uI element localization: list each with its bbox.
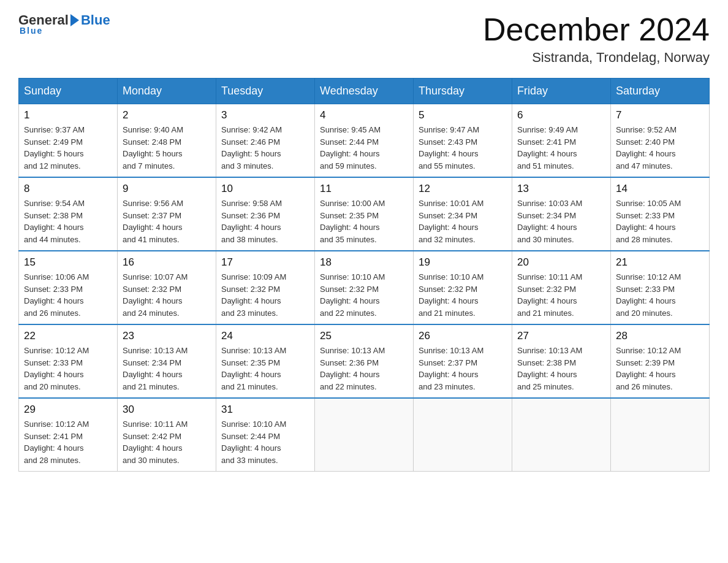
day-info: Sunrise: 10:13 AMSunset: 2:35 PMDaylight… <box>221 345 309 393</box>
calendar-cell: 4Sunrise: 9:45 AMSunset: 2:44 PMDaylight… <box>315 104 414 178</box>
calendar-cell: 21Sunrise: 10:12 AMSunset: 2:33 PMDaylig… <box>611 251 710 324</box>
logo-underline: Blue <box>20 26 43 36</box>
day-number: 6 <box>517 109 605 121</box>
calendar-cell: 18Sunrise: 10:10 AMSunset: 2:32 PMDaylig… <box>315 251 414 324</box>
day-info: Sunrise: 10:10 AMSunset: 2:44 PMDaylight… <box>221 418 309 466</box>
day-info: Sunrise: 10:00 AMSunset: 2:35 PMDaylight… <box>320 197 408 245</box>
day-number: 10 <box>221 183 309 195</box>
calendar-cell: 10Sunrise: 9:58 AMSunset: 2:36 PMDayligh… <box>216 177 315 251</box>
calendar-cell: 3Sunrise: 9:42 AMSunset: 2:46 PMDaylight… <box>216 104 315 178</box>
day-info: Sunrise: 10:12 AMSunset: 2:41 PMDaylight… <box>24 418 112 466</box>
day-info: Sunrise: 9:52 AMSunset: 2:40 PMDaylight:… <box>616 124 704 172</box>
day-info: Sunrise: 9:56 AMSunset: 2:37 PMDaylight:… <box>123 197 211 245</box>
calendar-cell: 7Sunrise: 9:52 AMSunset: 2:40 PMDaylight… <box>611 104 710 178</box>
day-info: Sunrise: 10:09 AMSunset: 2:32 PMDaylight… <box>221 271 309 319</box>
calendar-week-1: 1Sunrise: 9:37 AMSunset: 2:49 PMDaylight… <box>19 104 710 178</box>
logo: General Blue Blue <box>18 12 110 36</box>
day-number: 26 <box>419 330 507 342</box>
day-number: 23 <box>123 330 211 342</box>
day-info: Sunrise: 10:07 AMSunset: 2:32 PMDaylight… <box>123 271 211 319</box>
day-number: 9 <box>123 183 211 195</box>
calendar-cell: 5Sunrise: 9:47 AMSunset: 2:43 PMDaylight… <box>414 104 512 178</box>
day-info: Sunrise: 10:12 AMSunset: 2:33 PMDaylight… <box>24 345 112 393</box>
day-info: Sunrise: 10:10 AMSunset: 2:32 PMDaylight… <box>320 271 408 319</box>
calendar-cell: 23Sunrise: 10:13 AMSunset: 2:34 PMDaylig… <box>118 324 216 398</box>
col-sunday: Sunday <box>19 79 118 104</box>
calendar-cell: 9Sunrise: 9:56 AMSunset: 2:37 PMDaylight… <box>118 177 216 251</box>
day-info: Sunrise: 10:12 AMSunset: 2:33 PMDaylight… <box>616 271 704 319</box>
logo-triangle-icon <box>70 14 79 26</box>
day-number: 19 <box>419 256 507 269</box>
calendar-cell: 25Sunrise: 10:13 AMSunset: 2:36 PMDaylig… <box>315 324 414 398</box>
calendar-cell: 15Sunrise: 10:06 AMSunset: 2:33 PMDaylig… <box>19 251 118 324</box>
day-info: Sunrise: 10:11 AMSunset: 2:42 PMDaylight… <box>123 418 211 466</box>
day-number: 13 <box>517 183 605 195</box>
day-info: Sunrise: 9:42 AMSunset: 2:46 PMDaylight:… <box>221 124 309 172</box>
day-number: 18 <box>320 256 408 269</box>
calendar-cell: 26Sunrise: 10:13 AMSunset: 2:37 PMDaylig… <box>414 324 512 398</box>
day-number: 14 <box>616 183 704 195</box>
day-number: 24 <box>221 330 309 342</box>
calendar-cell: 12Sunrise: 10:01 AMSunset: 2:34 PMDaylig… <box>414 177 512 251</box>
day-info: Sunrise: 10:06 AMSunset: 2:33 PMDaylight… <box>24 271 112 319</box>
calendar-cell <box>315 398 414 472</box>
col-friday: Friday <box>512 79 611 104</box>
day-number: 21 <box>616 256 704 269</box>
col-wednesday: Wednesday <box>315 79 414 104</box>
day-info: Sunrise: 10:13 AMSunset: 2:34 PMDaylight… <box>123 345 211 393</box>
calendar-week-2: 8Sunrise: 9:54 AMSunset: 2:38 PMDaylight… <box>19 177 710 251</box>
day-info: Sunrise: 10:03 AMSunset: 2:34 PMDaylight… <box>517 197 605 245</box>
day-number: 31 <box>221 404 309 416</box>
day-number: 16 <box>123 256 211 269</box>
day-info: Sunrise: 9:40 AMSunset: 2:48 PMDaylight:… <box>123 124 211 172</box>
day-number: 2 <box>123 109 211 121</box>
day-info: Sunrise: 9:58 AMSunset: 2:36 PMDaylight:… <box>221 197 309 245</box>
page-container: General Blue Blue December 2024 Sistrand… <box>18 12 710 472</box>
calendar-cell <box>414 398 512 472</box>
day-info: Sunrise: 10:11 AMSunset: 2:32 PMDaylight… <box>517 271 605 319</box>
day-info: Sunrise: 9:37 AMSunset: 2:49 PMDaylight:… <box>24 124 112 172</box>
location-title: Sistranda, Trondelag, Norway <box>483 50 710 66</box>
day-info: Sunrise: 10:01 AMSunset: 2:34 PMDaylight… <box>419 197 507 245</box>
day-info: Sunrise: 10:05 AMSunset: 2:33 PMDaylight… <box>616 197 704 245</box>
day-number: 28 <box>616 330 704 342</box>
day-number: 4 <box>320 109 408 121</box>
calendar-table: Sunday Monday Tuesday Wednesday Thursday… <box>18 78 710 472</box>
day-number: 22 <box>24 330 112 342</box>
day-number: 1 <box>24 109 112 121</box>
day-info: Sunrise: 9:49 AMSunset: 2:41 PMDaylight:… <box>517 124 605 172</box>
calendar-cell: 29Sunrise: 10:12 AMSunset: 2:41 PMDaylig… <box>19 398 118 472</box>
calendar-cell: 2Sunrise: 9:40 AMSunset: 2:48 PMDaylight… <box>118 104 216 178</box>
day-number: 12 <box>419 183 507 195</box>
calendar-cell: 1Sunrise: 9:37 AMSunset: 2:49 PMDaylight… <box>19 104 118 178</box>
calendar-cell: 19Sunrise: 10:10 AMSunset: 2:32 PMDaylig… <box>414 251 512 324</box>
header: General Blue Blue December 2024 Sistrand… <box>18 12 710 66</box>
day-info: Sunrise: 10:13 AMSunset: 2:37 PMDaylight… <box>419 345 507 393</box>
calendar-cell: 28Sunrise: 10:12 AMSunset: 2:39 PMDaylig… <box>611 324 710 398</box>
calendar-cell: 22Sunrise: 10:12 AMSunset: 2:33 PMDaylig… <box>19 324 118 398</box>
header-row: Sunday Monday Tuesday Wednesday Thursday… <box>19 79 710 104</box>
calendar-cell <box>611 398 710 472</box>
calendar-cell: 20Sunrise: 10:11 AMSunset: 2:32 PMDaylig… <box>512 251 611 324</box>
calendar-week-3: 15Sunrise: 10:06 AMSunset: 2:33 PMDaylig… <box>19 251 710 324</box>
day-info: Sunrise: 9:45 AMSunset: 2:44 PMDaylight:… <box>320 124 408 172</box>
calendar-cell: 30Sunrise: 10:11 AMSunset: 2:42 PMDaylig… <box>118 398 216 472</box>
calendar-cell: 17Sunrise: 10:09 AMSunset: 2:32 PMDaylig… <box>216 251 315 324</box>
calendar-cell: 8Sunrise: 9:54 AMSunset: 2:38 PMDaylight… <box>19 177 118 251</box>
calendar-cell: 14Sunrise: 10:05 AMSunset: 2:33 PMDaylig… <box>611 177 710 251</box>
title-section: December 2024 Sistranda, Trondelag, Norw… <box>483 12 710 66</box>
calendar-cell: 24Sunrise: 10:13 AMSunset: 2:35 PMDaylig… <box>216 324 315 398</box>
day-number: 29 <box>24 404 112 416</box>
day-info: Sunrise: 10:13 AMSunset: 2:36 PMDaylight… <box>320 345 408 393</box>
col-thursday: Thursday <box>414 79 512 104</box>
calendar-cell: 6Sunrise: 9:49 AMSunset: 2:41 PMDaylight… <box>512 104 611 178</box>
calendar-week-4: 22Sunrise: 10:12 AMSunset: 2:33 PMDaylig… <box>19 324 710 398</box>
col-saturday: Saturday <box>611 79 710 104</box>
day-info: Sunrise: 9:47 AMSunset: 2:43 PMDaylight:… <box>419 124 507 172</box>
calendar-cell <box>512 398 611 472</box>
day-number: 3 <box>221 109 309 121</box>
col-monday: Monday <box>118 79 216 104</box>
day-info: Sunrise: 9:54 AMSunset: 2:38 PMDaylight:… <box>24 197 112 245</box>
calendar-cell: 31Sunrise: 10:10 AMSunset: 2:44 PMDaylig… <box>216 398 315 472</box>
calendar-week-5: 29Sunrise: 10:12 AMSunset: 2:41 PMDaylig… <box>19 398 710 472</box>
